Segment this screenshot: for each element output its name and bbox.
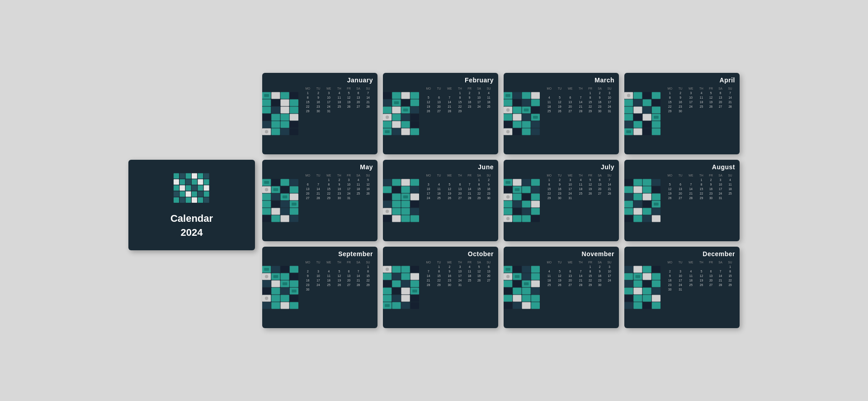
svg-rect-282 — [290, 295, 298, 302]
day-cell: 13 — [434, 100, 443, 104]
day-cell: 6 — [716, 91, 725, 95]
svg-rect-302 — [392, 288, 401, 295]
day-cell — [725, 287, 735, 291]
day-cell: 14 — [604, 182, 614, 186]
day-cell: 28 — [363, 104, 373, 109]
day-header: FR — [706, 173, 716, 177]
day-cell — [576, 264, 585, 269]
day-cell: 8 — [585, 95, 595, 100]
day-cell: 22 — [323, 191, 334, 196]
svg-rect-44 — [262, 114, 271, 121]
day-header: TH — [335, 260, 344, 264]
day-cell: 26 — [697, 282, 706, 287]
svg-rect-187 — [410, 194, 419, 200]
day-cell: 1 — [543, 177, 555, 182]
day-cell: 15 — [664, 100, 675, 104]
svg-rect-28 — [198, 197, 203, 203]
day-header: TU — [555, 173, 564, 177]
day-cell: 24 — [564, 191, 576, 196]
svg-rect-338 — [522, 295, 531, 302]
svg-rect-204 — [513, 179, 521, 186]
day-cell: 16 — [465, 100, 474, 104]
day-cell: 20 — [344, 278, 354, 282]
day-cell: 14 — [576, 273, 585, 278]
day-cell: 7 — [685, 182, 696, 186]
svg-rect-50 — [281, 121, 289, 128]
calendar-grid: JanuaryMOTUWETHFRSASU1234567891011121314… — [262, 73, 740, 328]
day-header: WE — [323, 260, 334, 264]
day-cell: 26 — [664, 196, 675, 200]
month-card-july: JulyMOTUWETHFRSASU1234567891011121314151… — [504, 160, 619, 241]
svg-rect-218 — [513, 201, 521, 208]
svg-rect-47 — [290, 114, 298, 121]
day-cell — [335, 264, 344, 269]
day-cell: 4 — [543, 269, 555, 273]
day-cell: 3 — [604, 264, 614, 269]
svg-rect-259 — [271, 266, 280, 273]
svg-rect-41 — [271, 107, 280, 114]
day-header: FR — [706, 86, 716, 91]
day-cell — [465, 177, 474, 182]
day-header: FR — [344, 173, 354, 177]
day-header: WE — [564, 260, 576, 264]
day-cell — [474, 282, 484, 287]
day-cell — [564, 264, 576, 269]
day-header: WE — [685, 173, 696, 177]
svg-point-151 — [265, 188, 268, 191]
svg-rect-80 — [410, 121, 419, 128]
day-cell: 25 — [465, 278, 474, 282]
day-cell: 1 — [725, 264, 735, 269]
day-cell: 4 — [484, 91, 494, 95]
day-cell: 22 — [585, 278, 595, 282]
day-cell — [354, 109, 363, 113]
day-cell: 14 — [443, 100, 455, 104]
day-cell — [443, 177, 455, 182]
day-cell: 10 — [604, 269, 614, 273]
day-cell: 20 — [595, 186, 604, 191]
day-cell: 29 — [697, 196, 706, 200]
day-cell: 4 — [725, 177, 735, 182]
day-header: MO — [543, 173, 555, 177]
day-cell — [313, 264, 323, 269]
svg-rect-21 — [192, 191, 197, 197]
day-cell: 19 — [585, 186, 595, 191]
day-cell: 7 — [725, 91, 735, 95]
svg-rect-364 — [643, 295, 651, 302]
day-cell: 7 — [354, 269, 363, 273]
day-cell: 19 — [344, 100, 354, 104]
day-cell: 29 — [725, 282, 735, 287]
day-cell: 14 — [725, 95, 735, 100]
day-header: TH — [576, 260, 585, 264]
day-cell: 30 — [706, 196, 716, 200]
day-header: SU — [363, 260, 373, 264]
day-cell — [685, 177, 696, 182]
day-header: SU — [604, 260, 614, 264]
svg-rect-205 — [522, 179, 531, 186]
svg-rect-176 — [392, 179, 401, 186]
day-cell: 27 — [716, 104, 725, 109]
svg-rect-128 — [643, 107, 651, 114]
svg-rect-299 — [401, 281, 410, 287]
svg-rect-8 — [186, 179, 191, 185]
day-cell: 9 — [484, 182, 494, 186]
svg-rect-2 — [186, 173, 191, 179]
svg-rect-196 — [410, 208, 419, 215]
day-cell: 25 — [434, 196, 443, 200]
day-cell: 25 — [323, 282, 334, 287]
svg-rect-195 — [401, 208, 410, 215]
day-cell: 19 — [555, 278, 564, 282]
svg-rect-343 — [531, 302, 540, 309]
svg-rect-93 — [513, 100, 521, 106]
svg-rect-281 — [281, 295, 289, 302]
day-cell: 7 — [716, 269, 725, 273]
day-cell: 12 — [664, 186, 675, 191]
svg-point-279 — [265, 296, 268, 300]
day-cell: 12 — [443, 186, 455, 191]
month-card-january: JanuaryMOTUWETHFRSASU1234567891011121314… — [262, 73, 377, 154]
day-cell: 26 — [706, 104, 716, 109]
day-cell: 16 — [595, 100, 604, 104]
day-cell: 16 — [555, 186, 564, 191]
svg-rect-280 — [271, 295, 280, 302]
day-cell: 5 — [555, 95, 564, 100]
day-cell: 22 — [664, 104, 675, 109]
